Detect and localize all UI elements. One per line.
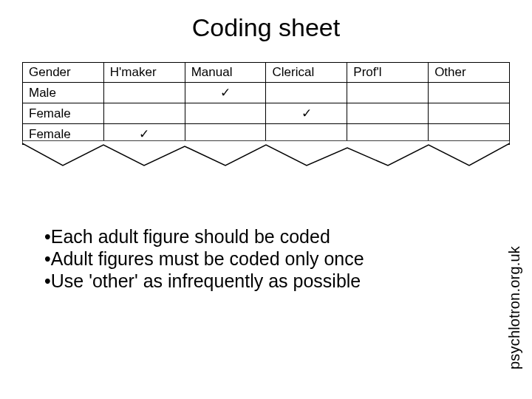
col-hmaker: H'maker xyxy=(103,63,185,83)
col-profl: Prof'l xyxy=(347,63,429,83)
table-row: Male ✓ xyxy=(23,83,510,103)
table-row: Female ✓ xyxy=(23,103,510,124)
side-url: psychlotron.org.uk xyxy=(506,246,523,369)
torn-edge xyxy=(22,140,510,173)
bullet-item: •Use 'other' as infrequently as possible xyxy=(44,270,458,292)
coding-table: Gender H'maker Manual Clerical Prof'l Ot… xyxy=(22,62,510,145)
svg-marker-0 xyxy=(22,140,510,166)
cell-manual xyxy=(185,103,266,124)
bullet-item: •Each adult figure should be coded xyxy=(44,225,458,248)
cell-gender: Female xyxy=(23,103,104,124)
cell-profl xyxy=(347,83,429,103)
cell-other xyxy=(429,83,510,103)
bullet-list: •Each adult figure should be coded •Adul… xyxy=(44,225,458,292)
cell-clerical: ✓ xyxy=(266,103,347,124)
col-manual: Manual xyxy=(185,63,266,83)
cell-clerical xyxy=(266,83,347,103)
table-header-row: Gender H'maker Manual Clerical Prof'l Ot… xyxy=(23,63,510,83)
cell-profl xyxy=(347,103,429,124)
cell-gender: Male xyxy=(23,83,104,103)
col-gender: Gender xyxy=(23,63,104,83)
cell-manual: ✓ xyxy=(185,83,266,103)
page-title: Coding sheet xyxy=(0,13,532,42)
col-clerical: Clerical xyxy=(266,63,347,83)
cell-hmaker xyxy=(103,103,185,124)
slide: Coding sheet Gender H'maker Manual Cleri… xyxy=(0,0,532,399)
cell-other xyxy=(429,103,510,124)
table: Gender H'maker Manual Clerical Prof'l Ot… xyxy=(22,62,510,145)
bullet-item: •Adult figures must be coded only once xyxy=(44,248,458,270)
col-other: Other xyxy=(429,63,510,83)
cell-hmaker xyxy=(103,83,185,103)
